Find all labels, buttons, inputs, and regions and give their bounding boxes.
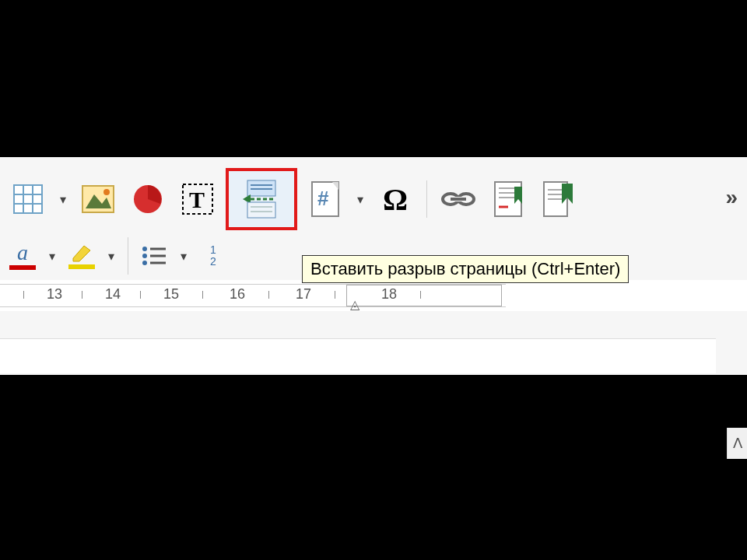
number-list-icon: 1 2 bbox=[210, 244, 216, 268]
toolbar-overflow-button[interactable]: » bbox=[725, 185, 738, 210]
hyperlink-icon bbox=[440, 187, 477, 212]
page-break-icon bbox=[240, 177, 283, 221]
ruler-mark: 15 bbox=[163, 286, 179, 303]
ruler-mark: 13 bbox=[47, 286, 62, 303]
highlight-color-button[interactable] bbox=[65, 240, 98, 272]
svg-text:#: # bbox=[317, 187, 329, 210]
insert-field-dropdown[interactable]: ▾ bbox=[353, 177, 367, 221]
svg-marker-37 bbox=[73, 246, 90, 261]
bullet-list-icon bbox=[141, 244, 167, 268]
scroll-up-icon: ᐱ bbox=[733, 435, 742, 452]
ruler-indent-region[interactable] bbox=[346, 285, 502, 306]
vertical-scrollbar[interactable]: ᐱ bbox=[727, 428, 747, 459]
insert-hyperlink-button[interactable] bbox=[437, 177, 480, 221]
ruler-area: 13 14 15 16 17 18 ◬ ᐱ bbox=[0, 280, 747, 311]
field-icon: # bbox=[309, 180, 342, 218]
highlight-color-swatch bbox=[68, 264, 95, 269]
svg-point-38 bbox=[142, 247, 147, 251]
insert-text-box-button[interactable]: T bbox=[176, 177, 219, 221]
toolbar-separator bbox=[128, 237, 128, 275]
numbered-list-digit-1: 1 bbox=[210, 244, 216, 256]
bullet-list-button[interactable] bbox=[138, 240, 170, 272]
font-color-icon: a bbox=[17, 242, 28, 264]
text-box-icon: T bbox=[181, 182, 215, 216]
ruler-mark: 17 bbox=[296, 286, 311, 303]
font-color-swatch bbox=[9, 265, 36, 270]
ruler-mark: 14 bbox=[105, 286, 121, 303]
insert-page-break-button[interactable] bbox=[226, 168, 297, 230]
toolbar-separator bbox=[426, 180, 427, 218]
font-color-button[interactable]: a bbox=[6, 240, 39, 272]
table-icon bbox=[12, 184, 44, 215]
numbered-list-digit-2: 2 bbox=[210, 256, 216, 268]
ruler-mark: 16 bbox=[230, 286, 245, 303]
numbered-list-button[interactable]: 1 2 bbox=[197, 240, 230, 272]
footnote-icon bbox=[493, 180, 524, 218]
insert-special-char-button[interactable]: Ω bbox=[374, 177, 417, 221]
chart-icon bbox=[132, 184, 163, 215]
image-icon bbox=[82, 185, 114, 213]
svg-point-42 bbox=[142, 261, 147, 265]
toolbar-row-insert: ▾ T bbox=[0, 157, 747, 232]
insert-field-button[interactable]: # bbox=[303, 177, 347, 221]
horizontal-ruler[interactable]: 13 14 15 16 17 18 ◬ bbox=[0, 284, 506, 307]
app-toolbar-region: ▾ T bbox=[0, 157, 747, 375]
font-color-dropdown[interactable]: ▾ bbox=[45, 234, 59, 278]
omega-icon: Ω bbox=[383, 181, 408, 218]
highlighter-icon bbox=[70, 243, 93, 263]
ruler-indent-marker-icon[interactable]: ◬ bbox=[350, 297, 359, 312]
svg-point-7 bbox=[103, 189, 110, 195]
insert-chart-button[interactable] bbox=[126, 177, 170, 221]
insert-bookmark-button[interactable] bbox=[536, 177, 580, 221]
insert-image-button[interactable] bbox=[76, 177, 120, 221]
svg-text:T: T bbox=[189, 187, 205, 212]
svg-rect-16 bbox=[247, 202, 275, 218]
insert-table-dropdown[interactable]: ▾ bbox=[56, 177, 70, 221]
bullet-list-dropdown[interactable]: ▾ bbox=[177, 234, 191, 278]
ruler-mark: 18 bbox=[381, 286, 397, 303]
highlight-color-dropdown[interactable]: ▾ bbox=[104, 234, 118, 278]
insert-footnote-button[interactable] bbox=[486, 177, 530, 221]
document-page[interactable] bbox=[0, 338, 716, 373]
svg-point-40 bbox=[142, 254, 147, 258]
insert-table-button[interactable] bbox=[6, 177, 50, 221]
bookmark-icon bbox=[542, 180, 574, 218]
svg-rect-0 bbox=[14, 185, 42, 213]
tooltip-page-break: Вставить разрыв страницы (Ctrl+Enter) bbox=[302, 255, 629, 283]
